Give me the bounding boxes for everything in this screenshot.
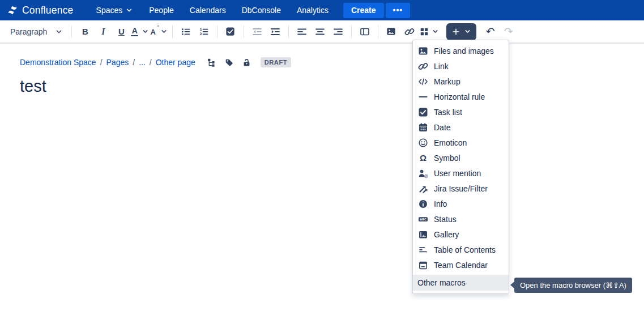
- menu-item-team-calendar[interactable]: Team Calendar: [413, 257, 509, 273]
- page-tree-location-icon[interactable]: [207, 58, 216, 67]
- task-list-button[interactable]: [222, 23, 239, 40]
- toolbar-separator: [288, 25, 289, 38]
- breadcrumb-separator: /: [100, 58, 103, 67]
- nav-item-people[interactable]: People: [141, 0, 182, 20]
- emoticon-icon: [417, 137, 429, 148]
- nav-item-calendars[interactable]: Calendars: [182, 0, 234, 20]
- svg-text:ABC: ABC: [420, 217, 427, 220]
- numbered-list-icon: 12: [198, 26, 210, 37]
- menu-item-emoticon[interactable]: Emoticon: [413, 135, 509, 150]
- insert-more-content-button[interactable]: [446, 23, 476, 40]
- date-icon: [417, 122, 429, 133]
- markup-icon: [417, 76, 429, 87]
- svg-text:2: 2: [199, 32, 202, 36]
- menu-item-link[interactable]: Link: [413, 58, 509, 74]
- page-title[interactable]: test: [20, 77, 644, 96]
- nav-item-analytics[interactable]: Analytics: [289, 0, 336, 20]
- undo-button[interactable]: ↶: [482, 23, 499, 40]
- menu-item-task-list[interactable]: Task list: [413, 104, 509, 120]
- menu-footer-section: Other macros: [413, 275, 509, 293]
- breadcrumb-separator: /: [150, 58, 152, 67]
- confluence-logo-icon: [7, 5, 18, 16]
- menu-item-date[interactable]: Date: [413, 120, 509, 135]
- draft-status-badge: DRAFT: [261, 57, 291, 67]
- unlock-restrictions-icon[interactable]: [242, 58, 251, 67]
- redo-icon: ↷: [504, 26, 513, 37]
- breadcrumb: Demonstration Space / Pages / ... / Othe…: [20, 57, 644, 68]
- toolbar-separator: [71, 25, 72, 38]
- table-of-contents-icon: [417, 244, 429, 256]
- link-icon: [417, 61, 429, 72]
- menu-item-status[interactable]: ABC Status: [413, 211, 509, 227]
- numbered-list-button[interactable]: 12: [195, 23, 212, 40]
- align-left-icon: [296, 26, 308, 37]
- menu-item-user-mention[interactable]: @ User mention: [413, 165, 509, 181]
- symbol-omega-icon: Ω: [417, 153, 429, 163]
- status-icon: ABC: [417, 214, 429, 225]
- create-button[interactable]: Create: [343, 3, 384, 18]
- color-swatch: [131, 35, 138, 37]
- breadcrumb-item-ellipsis[interactable]: ...: [139, 58, 146, 67]
- breadcrumb-item-other-page[interactable]: Other page: [156, 58, 195, 67]
- jira-icon: [417, 183, 429, 194]
- underline-button[interactable]: U: [113, 23, 130, 40]
- menu-item-symbol[interactable]: Ω Symbol: [413, 150, 509, 165]
- insert-table-button[interactable]: [419, 23, 439, 40]
- insert-image-button[interactable]: [383, 23, 400, 40]
- indent-button[interactable]: [267, 23, 284, 40]
- top-navbar: Confluence Spaces People Calendars DbCon…: [0, 0, 644, 20]
- tooltip-arrow: [510, 282, 514, 288]
- breadcrumb-item-space[interactable]: Demonstration Space: [20, 58, 96, 67]
- menu-item-horizontal-rule[interactable]: Horizontal rule: [413, 89, 509, 104]
- chevron-down-icon: [55, 28, 63, 36]
- more-formatting-button[interactable]: A°: [150, 23, 167, 40]
- nav-more-button[interactable]: •••: [386, 3, 411, 18]
- redo-button[interactable]: ↷: [500, 23, 517, 40]
- toolbar-separator: [378, 25, 378, 38]
- undo-icon: ↶: [486, 26, 495, 37]
- table-icon: [419, 27, 429, 37]
- link-icon: [404, 26, 415, 37]
- bold-button[interactable]: B: [76, 23, 93, 40]
- menu-item-info[interactable]: Info: [413, 196, 509, 211]
- menu-item-markup[interactable]: Markup: [413, 74, 509, 89]
- menu-item-gallery[interactable]: Gallery: [413, 227, 509, 242]
- gallery-icon: [417, 229, 429, 240]
- insert-link-button[interactable]: [401, 23, 418, 40]
- svg-text:1: 1: [199, 27, 202, 31]
- svg-text:@: @: [424, 173, 429, 178]
- align-center-icon: [314, 26, 326, 37]
- page-layout-icon: [359, 26, 370, 37]
- breadcrumb-item-pages[interactable]: Pages: [106, 58, 129, 67]
- chevron-down-icon: [160, 28, 168, 35]
- align-center-button[interactable]: [312, 23, 329, 40]
- outdent-icon: [251, 26, 263, 37]
- chevron-down-icon: [142, 28, 149, 35]
- confluence-brand[interactable]: Confluence: [7, 5, 74, 16]
- toolbar-separator: [172, 25, 173, 38]
- paragraph-style-dropdown[interactable]: Paragraph: [6, 23, 67, 40]
- info-icon: [417, 198, 429, 210]
- outdent-button[interactable]: [249, 23, 266, 40]
- superscript-mark: °: [157, 24, 159, 30]
- menu-item-other-macros[interactable]: Other macros: [413, 275, 509, 291]
- page-layout-button[interactable]: [356, 23, 373, 40]
- indent-icon: [270, 26, 281, 37]
- brand-name: Confluence: [22, 5, 74, 16]
- bullet-list-button[interactable]: [177, 23, 194, 40]
- toolbar-separator: [217, 25, 217, 38]
- italic-button[interactable]: I: [95, 23, 112, 40]
- menu-item-table-of-contents[interactable]: Table of Contents: [413, 242, 509, 257]
- chevron-down-icon: [125, 6, 133, 14]
- align-left-button[interactable]: [293, 23, 310, 40]
- menu-item-files-and-images[interactable]: Files and images: [413, 43, 509, 58]
- text-color-button[interactable]: A: [131, 23, 149, 40]
- align-right-button[interactable]: [330, 23, 347, 40]
- labels-tag-icon[interactable]: [224, 58, 234, 67]
- files-and-images-icon: [417, 45, 429, 57]
- horizontal-rule-icon: [417, 91, 429, 103]
- menu-item-jira-issue-filter[interactable]: Jira Issue/Filter: [413, 181, 509, 196]
- chevron-down-icon: [464, 28, 471, 35]
- nav-item-dbconsole[interactable]: DbConsole: [234, 0, 289, 20]
- nav-item-spaces[interactable]: Spaces: [88, 0, 142, 20]
